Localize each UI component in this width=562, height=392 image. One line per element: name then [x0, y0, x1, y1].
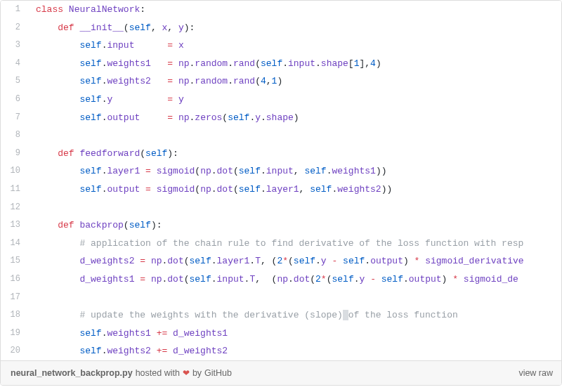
code-line[interactable]	[27, 289, 561, 307]
line-number[interactable]: 2	[1, 19, 27, 37]
line-number[interactable]: 5	[1, 72, 27, 91]
code-row: 8	[1, 126, 561, 145]
code-line[interactable]: self.output = sigmoid(np.dot(self.layer1…	[27, 181, 561, 199]
code-line[interactable]: self.weights2 += d_weights2	[27, 342, 561, 360]
code-line[interactable]: self.y = y	[27, 91, 561, 109]
gist-filename-link[interactable]: neural_network_backprop.py	[11, 368, 133, 378]
line-number[interactable]: 16	[1, 270, 27, 289]
code-row: 1class NeuralNetwork:	[1, 1, 561, 19]
code-line[interactable]: self.weights1 += d_weights1	[27, 325, 561, 343]
line-number[interactable]: 14	[1, 235, 27, 253]
code-line[interactable]: d_weights1 = np.dot(self.input.T, (np.do…	[27, 270, 561, 289]
code-line[interactable]: self.layer1 = sigmoid(np.dot(self.input,…	[27, 162, 561, 181]
code-line[interactable]: self.weights1 = np.random.rand(self.inpu…	[27, 55, 561, 73]
github-link[interactable]: GitHub	[204, 368, 232, 378]
line-number[interactable]: 8	[1, 126, 27, 145]
gist-meta-bar: neural_network_backprop.py hosted with ❤…	[1, 360, 561, 385]
code-line[interactable]: def __init__(self, x, y):	[27, 19, 561, 37]
code-row: 20 self.weights2 += d_weights2	[1, 342, 561, 360]
code-row: 5 self.weights2 = np.random.rand(4,1)	[1, 72, 561, 91]
line-number[interactable]: 15	[1, 252, 27, 270]
line-number[interactable]: 4	[1, 55, 27, 73]
code-line[interactable]: def backprop(self):	[27, 216, 561, 235]
code-line[interactable]	[27, 199, 561, 217]
code-area: 1class NeuralNetwork:2 def __init__(self…	[1, 1, 561, 360]
code-row: 10 self.layer1 = sigmoid(np.dot(self.inp…	[1, 162, 561, 181]
line-number[interactable]: 19	[1, 325, 27, 343]
code-row: 13 def backprop(self):	[1, 216, 561, 235]
by-text: by	[192, 368, 202, 378]
code-row: 4 self.weights1 = np.random.rand(self.in…	[1, 55, 561, 73]
code-row: 6 self.y = y	[1, 91, 561, 109]
code-line[interactable]: self.weights2 = np.random.rand(4,1)	[27, 72, 561, 91]
line-number[interactable]: 12	[1, 199, 27, 217]
code-row: 17	[1, 289, 561, 307]
code-line[interactable]: self.input = x	[27, 37, 561, 55]
code-row: 16 d_weights1 = np.dot(self.input.T, (np…	[1, 270, 561, 289]
line-number[interactable]: 17	[1, 289, 27, 307]
code-row: 18 # update the weights with the derivat…	[1, 306, 561, 325]
code-row: 19 self.weights1 += d_weights1	[1, 325, 561, 343]
code-row: 2 def __init__(self, x, y):	[1, 19, 561, 37]
code-line[interactable]: class NeuralNetwork:	[27, 1, 561, 19]
code-row: 7 self.output = np.zeros(self.y.shape)	[1, 109, 561, 127]
line-number[interactable]: 1	[1, 1, 27, 19]
code-table: 1class NeuralNetwork:2 def __init__(self…	[1, 1, 561, 360]
gist-meta-left: neural_network_backprop.py hosted with ❤…	[11, 368, 232, 378]
hosted-with-text: hosted with	[136, 368, 180, 378]
code-line[interactable]: d_weights2 = np.dot(self.layer1.T, (2*(s…	[27, 252, 561, 270]
line-number[interactable]: 9	[1, 145, 27, 163]
code-line[interactable]: self.output = np.zeros(self.y.shape)	[27, 109, 561, 127]
line-number[interactable]: 6	[1, 91, 27, 109]
line-number[interactable]: 20	[1, 342, 27, 360]
code-row: 15 d_weights2 = np.dot(self.layer1.T, (2…	[1, 252, 561, 270]
code-line[interactable]: # application of the chain rule to find …	[27, 235, 561, 253]
code-line[interactable]: def feedforward(self):	[27, 145, 561, 163]
line-number[interactable]: 18	[1, 306, 27, 325]
code-row: 3 self.input = x	[1, 37, 561, 55]
code-row: 11 self.output = sigmoid(np.dot(self.lay…	[1, 181, 561, 199]
code-row: 9 def feedforward(self):	[1, 145, 561, 163]
code-line[interactable]	[27, 126, 561, 145]
line-number[interactable]: 3	[1, 37, 27, 55]
gist-container: 1class NeuralNetwork:2 def __init__(self…	[0, 0, 562, 386]
heart-icon: ❤	[183, 368, 190, 378]
view-raw-link[interactable]: view raw	[518, 368, 553, 378]
line-number[interactable]: 11	[1, 181, 27, 199]
line-number[interactable]: 13	[1, 216, 27, 235]
code-line[interactable]: # update the weights with the derivative…	[27, 306, 561, 325]
code-row: 12	[1, 199, 561, 217]
line-number[interactable]: 7	[1, 109, 27, 127]
line-number[interactable]: 10	[1, 162, 27, 181]
code-row: 14 # application of the chain rule to fi…	[1, 235, 561, 253]
